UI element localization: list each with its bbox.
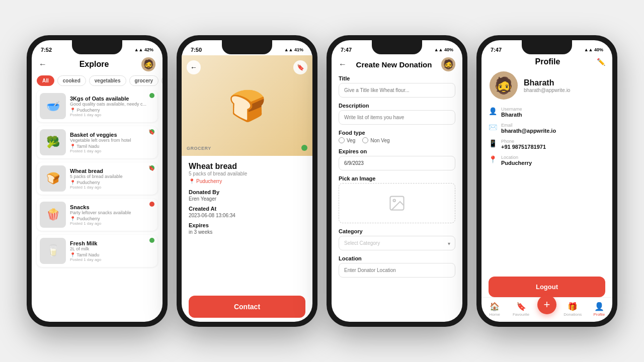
bookmark-button[interactable]: 🔖	[293, 60, 307, 74]
profile-icon: 👤	[594, 302, 604, 311]
home-icon: 🏠	[490, 302, 500, 311]
filter-vegetables[interactable]: vegetables	[89, 75, 126, 86]
location-input[interactable]	[339, 263, 455, 278]
nav-favourite[interactable]: 🔖 Favourite	[511, 302, 531, 317]
nav-favourite-label: Favourite	[513, 312, 529, 317]
list-item[interactable]: 🍞 Wheat bread 5 packs of bread available…	[37, 162, 157, 195]
phone-profile: 7:47 ▲▲ 40% Profile ✏️ 🧔 Bharath bharath…	[476, 35, 617, 327]
username-label: Username	[501, 107, 522, 112]
location-icon: 📍	[489, 155, 497, 163]
image-upload[interactable]	[339, 183, 455, 223]
veg-radio[interactable]	[339, 137, 345, 143]
food-location: 📍 Puducherry	[70, 216, 154, 221]
edit-button[interactable]: ✏️	[597, 58, 605, 66]
active-badge	[301, 145, 307, 151]
phone-create: 7:47 ▲▲ 40% ← Create New Donation 🧔 Titl…	[327, 35, 467, 327]
food-desc: 5 packs of bread available	[70, 174, 154, 179]
create-form: Title Description Food type Veg	[332, 75, 462, 322]
back-button-3[interactable]: ←	[339, 60, 347, 69]
food-name: Fresh Milk	[70, 240, 154, 246]
location-item: 📍 Location Puducherry	[489, 155, 605, 166]
detail-location: 📍Puducherry	[189, 178, 305, 184]
profile-info-list: 👤 Username Bharath ✉️ Email bharath@appw…	[481, 107, 612, 269]
food-name: Snacks	[70, 204, 154, 210]
food-time: Posted 1 day ago	[70, 149, 154, 153]
food-time: Posted 1 day ago	[70, 113, 154, 117]
nonveg-radio[interactable]	[362, 137, 368, 143]
email-label: Email	[501, 123, 556, 128]
donated-by-value: Eren Yeager	[189, 196, 305, 202]
phone-item: 📱 Phone +91 98751781971	[489, 139, 605, 150]
nav-add-button[interactable]: +	[537, 295, 556, 314]
favourite-icon: 🔖	[516, 302, 526, 311]
list-item[interactable]: 🥦 Basket of veggies Vegetable left overs…	[37, 126, 157, 158]
category-label: Category	[339, 228, 455, 234]
list-item[interactable]: 🥣 3Kgs of Oats available Good quality oa…	[37, 90, 157, 122]
svg-point-1	[393, 200, 396, 202]
food-name: Wheat bread	[70, 168, 154, 174]
nav-donations[interactable]: 🎁 Donations	[562, 302, 583, 317]
filter-grocery[interactable]: grocery	[129, 75, 159, 86]
list-item[interactable]: 🍿 Snacks Party leftover snacks available…	[37, 199, 157, 231]
description-input[interactable]	[339, 110, 455, 125]
category-label: GROCERY	[187, 146, 211, 151]
nav-home[interactable]: 🏠 Home	[485, 302, 505, 317]
nonveg-label: Non Veg	[370, 138, 389, 143]
food-time: Posted 1 day ago	[70, 185, 154, 190]
food-image-bread: 🍞	[40, 165, 66, 192]
avatar-3[interactable]: 🧔	[441, 57, 455, 71]
food-location: 📍 Tamil Nadu	[70, 252, 154, 257]
food-image-snacks: 🍿	[40, 202, 66, 228]
bottom-nav: 🏠 Home 🔖 Favourite + 🎁 Donations 👤 P	[481, 297, 612, 322]
logout-button[interactable]: Logout	[489, 277, 605, 297]
filter-cooked[interactable]: cooked	[57, 75, 86, 86]
food-image-veggies: 🥦	[40, 129, 66, 155]
username-value: Bharath	[501, 112, 522, 118]
food-desc: Party leftover snacks available	[70, 210, 154, 215]
location-label: Location	[339, 255, 455, 261]
nav-home-label: Home	[490, 312, 500, 317]
nonveg-option[interactable]: Non Veg	[362, 137, 389, 143]
avatar-1[interactable]: 🧔	[141, 57, 155, 71]
expires-input[interactable]	[339, 156, 455, 170]
veg-option[interactable]: Veg	[339, 137, 355, 143]
back-button-2[interactable]: ←	[187, 60, 201, 74]
back-button-1[interactable]: ←	[39, 60, 47, 69]
status-icons-3: ▲▲ 40%	[434, 47, 453, 52]
filter-row: All cooked vegetables grocery fru	[32, 75, 163, 90]
title-input[interactable]	[339, 83, 455, 98]
expires-label: Expires on	[339, 148, 455, 154]
location-value: Puducherry	[501, 160, 532, 166]
nav-profile-label: Profile	[593, 312, 605, 317]
list-item[interactable]: 🥛 Fresh Milk 2L of milk 📍 Tamil Nadu Pos…	[37, 235, 157, 267]
status-badge	[149, 202, 154, 207]
food-image-oats: 🥣	[40, 93, 66, 119]
food-time: Posted 1 day ago	[70, 221, 154, 226]
user-icon: 👤	[489, 107, 497, 115]
category-select[interactable]: Select Category	[339, 236, 455, 250]
contact-button[interactable]: Contact	[189, 296, 305, 318]
status-icons-4: ▲▲ 40%	[584, 47, 603, 52]
nav-profile[interactable]: 👤 Profile	[589, 302, 609, 317]
nav-donations-label: Donations	[564, 312, 582, 317]
pick-image-label: Pick an Image	[339, 175, 455, 182]
status-time-1: 7:52	[41, 47, 52, 53]
food-desc: 2L of milk	[70, 246, 154, 251]
status-icons-2: ▲▲ 41%	[284, 47, 303, 52]
explore-title: Explore	[79, 60, 109, 69]
food-desc: Good quality oats available, needy c...	[70, 102, 154, 107]
filter-fruit[interactable]: fru	[162, 75, 163, 86]
food-location: 📍 Puducherry	[70, 180, 154, 185]
profile-name: Bharath	[524, 78, 570, 87]
food-list: 🥣 3Kgs of Oats available Good quality oa…	[32, 90, 163, 322]
filter-all[interactable]: All	[37, 75, 54, 86]
food-image-milk: 🥛	[40, 238, 66, 264]
title-label: Title	[339, 75, 455, 81]
phone-icon: 📱	[489, 139, 497, 147]
description-label: Description	[339, 103, 455, 109]
status-badge	[149, 93, 154, 98]
donated-by-label: Donated By	[189, 189, 305, 195]
food-location: 📍 Tamil Nadu	[70, 144, 154, 149]
food-desc: Vegetable left overs from hotel	[70, 138, 154, 143]
food-time: Posted 1 day ago	[70, 257, 154, 262]
